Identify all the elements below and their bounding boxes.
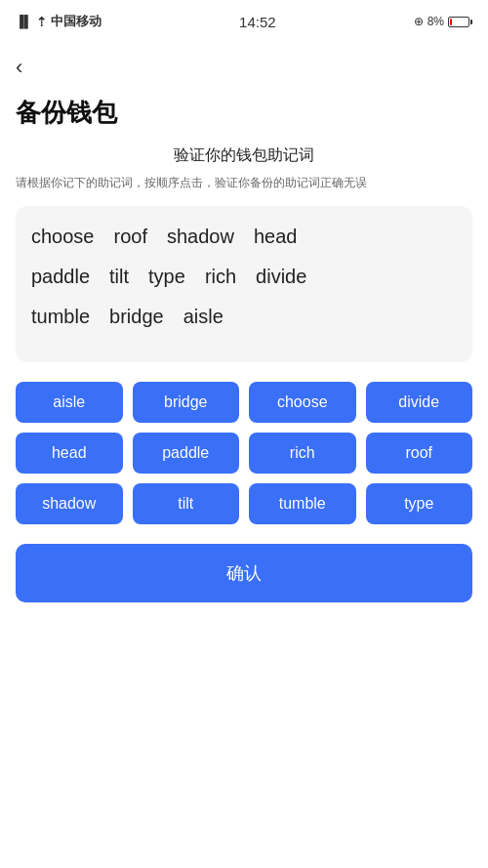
- status-right: ⊕ 8%: [414, 15, 472, 28]
- word-button-bridge[interactable]: bridge: [133, 382, 240, 423]
- verify-section: 验证你的钱包助记词 请根据你记下的助记词，按顺序点击，验证你备份的助记词正确无误…: [0, 145, 488, 362]
- display-row-1: choose roof shadow head: [31, 226, 457, 248]
- word-button-tumble[interactable]: tumble: [249, 483, 356, 524]
- display-word: choose: [31, 226, 95, 248]
- header: ‹: [0, 43, 488, 84]
- display-word: roof: [114, 226, 147, 248]
- word-button-aisle[interactable]: aisle: [16, 382, 123, 423]
- word-button-rich[interactable]: rich: [249, 433, 356, 474]
- word-button-tilt[interactable]: tilt: [133, 483, 240, 524]
- word-buttons-grid: aisle bridge choose divide head paddle r…: [0, 382, 488, 524]
- display-word: head: [254, 226, 298, 248]
- display-row-2: paddle tilt type rich divide: [31, 266, 457, 288]
- word-button-shadow[interactable]: shadow: [16, 483, 123, 524]
- section-desc: 请根据你记下的助记词，按顺序点击，验证你备份的助记词正确无误: [16, 174, 472, 192]
- display-word: rich: [205, 266, 236, 288]
- battery-icon: [448, 17, 472, 27]
- status-carrier: ▐▌ ⇡ 中国移动: [16, 13, 102, 30]
- display-word: bridge: [109, 306, 164, 328]
- confirm-area: 确认: [0, 544, 488, 602]
- status-time: 14:52: [239, 14, 276, 30]
- back-button[interactable]: ‹: [16, 51, 30, 84]
- word-button-choose[interactable]: choose: [249, 382, 356, 423]
- display-word: type: [148, 266, 185, 288]
- word-button-roof[interactable]: roof: [366, 433, 473, 474]
- page-title: 备份钱包: [0, 84, 488, 145]
- display-word: aisle: [183, 306, 224, 328]
- word-button-divide[interactable]: divide: [366, 382, 473, 423]
- display-row-3: tumble bridge aisle: [31, 306, 457, 328]
- word-button-type[interactable]: type: [366, 483, 473, 524]
- battery-percentage: 8%: [427, 15, 444, 28]
- wifi-icon: ⇡: [36, 15, 47, 29]
- display-word: tilt: [109, 266, 129, 288]
- status-bar: ▐▌ ⇡ 中国移动 14:52 ⊕ 8%: [0, 0, 488, 43]
- display-word: shadow: [167, 226, 234, 248]
- section-title: 验证你的钱包助记词: [16, 145, 472, 166]
- signal-icon: ▐▌: [16, 15, 32, 28]
- display-word: divide: [256, 266, 306, 288]
- word-button-head[interactable]: head: [16, 433, 123, 474]
- word-display-area: choose roof shadow head paddle tilt type…: [16, 206, 472, 362]
- display-word: tumble: [31, 306, 90, 328]
- word-button-paddle[interactable]: paddle: [133, 433, 240, 474]
- display-word: paddle: [31, 266, 90, 288]
- hotspot-icon: ⊕: [414, 15, 424, 28]
- confirm-button[interactable]: 确认: [16, 544, 472, 602]
